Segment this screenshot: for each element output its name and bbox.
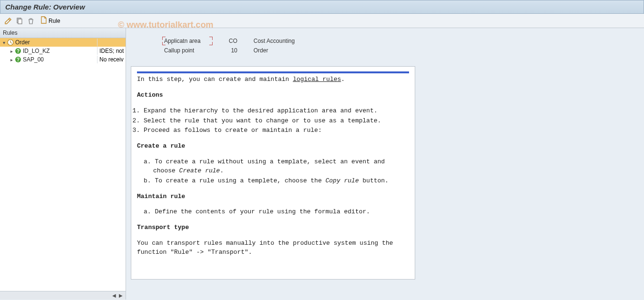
doc-rule: [137, 71, 409, 73]
clock-icon: [7, 39, 14, 46]
doc-actions-list: Expand the hierarchy to the desired appl…: [144, 107, 409, 136]
tree-header: Rules: [0, 28, 126, 38]
title-bar: Change Rule: Overview: [0, 0, 644, 14]
tree-row-item[interactable]: ▸ ? ID_LO_KZ IDES; not: [0, 47, 126, 55]
tree-body[interactable]: ▾ Order ▸ ? ID_LO_KZ IDES; not: [0, 38, 126, 291]
toolbar: Rule: [0, 14, 644, 28]
doc-content[interactable]: In this step, you can create and maintai…: [131, 67, 415, 279]
doc-maintain-item: a. Define the contents of your rule usin…: [144, 208, 409, 217]
scroll-right-icon[interactable]: ▶: [118, 293, 124, 299]
doc-heading-maintain: Maintain rule: [137, 192, 409, 201]
form-row-callup: Callup point 10 Order: [164, 47, 625, 54]
form-row-app: Applicatn area CO Cost Accounting: [164, 38, 625, 44]
expander-icon[interactable]: ▸: [9, 57, 14, 62]
doc-action-item: Select the rule that you want to change …: [144, 117, 409, 126]
doc-intro: In this step, you can create and maintai…: [137, 75, 409, 84]
main-container: Rules ▾ Order ▸ ?: [0, 28, 644, 300]
doc-wrapper: In this step, you can create and maintai…: [131, 66, 415, 280]
expander-icon[interactable]: ▾: [1, 40, 7, 45]
tree-row-item[interactable]: ▸ ? SAP_00 No receiv: [0, 55, 126, 64]
tree-col2: IDES; not: [98, 48, 126, 54]
doc-transport-text: You can transport rules manually into th…: [137, 239, 409, 257]
right-panel: Applicatn area CO Cost Accounting Callup…: [126, 28, 644, 300]
question-icon: ?: [14, 56, 22, 63]
scroll-left-icon[interactable]: ◀: [111, 293, 117, 299]
svg-text:?: ?: [17, 57, 20, 62]
copy-icon[interactable]: [15, 17, 24, 25]
tree-label: SAP_00: [23, 56, 44, 63]
svg-rect-1: [18, 19, 22, 24]
form-area: Applicatn area CO Cost Accounting Callup…: [126, 28, 644, 61]
logical-rules-link[interactable]: logical rules: [293, 76, 341, 83]
question-icon: ?: [14, 47, 22, 55]
tree-label: Order: [15, 39, 30, 46]
svg-text:?: ?: [17, 49, 20, 54]
doc-heading-create: Create a rule: [137, 142, 409, 151]
rule-button-label: Rule: [49, 18, 60, 24]
tree-row-order[interactable]: ▾ Order: [0, 38, 126, 47]
form-desc-callup: Order: [254, 47, 268, 54]
form-label-callup: Callup point: [164, 47, 216, 54]
edit-icon[interactable]: [4, 17, 12, 25]
doc-create-list: a. To create a rule without using a temp…: [144, 158, 409, 186]
doc-action-item: Proceed as follows to create or maintain…: [144, 126, 409, 135]
tree-label: ID_LO_KZ: [23, 48, 50, 54]
form-value-callup: 10: [223, 47, 237, 54]
page-title: Change Rule: Overview: [5, 3, 85, 11]
form-label-app: Applicatn area: [164, 38, 216, 44]
doc-create-item: b. To create a rule using a templete, ch…: [144, 177, 409, 186]
tree-panel: Rules ▾ Order ▸ ?: [0, 28, 126, 300]
form-desc-app: Cost Accounting: [254, 38, 295, 44]
doc-heading-actions: Actions: [137, 91, 409, 100]
rule-button[interactable]: Rule: [38, 15, 63, 26]
doc-maintain-list: a. Define the contents of your rule usin…: [144, 208, 409, 217]
form-value-app: CO: [223, 38, 237, 44]
delete-icon[interactable]: [27, 17, 35, 25]
horizontal-scroll: ◀ ▶: [0, 291, 126, 300]
doc-create-item: a. To create a rule without using a temp…: [144, 158, 409, 176]
document-icon: [40, 16, 47, 25]
doc-heading-transport: Transport type: [137, 223, 409, 232]
doc-action-item: Expand the hierarchy to the desired appl…: [144, 107, 409, 116]
tree-col2: No receiv: [98, 56, 126, 63]
expander-icon[interactable]: ▸: [9, 49, 14, 54]
